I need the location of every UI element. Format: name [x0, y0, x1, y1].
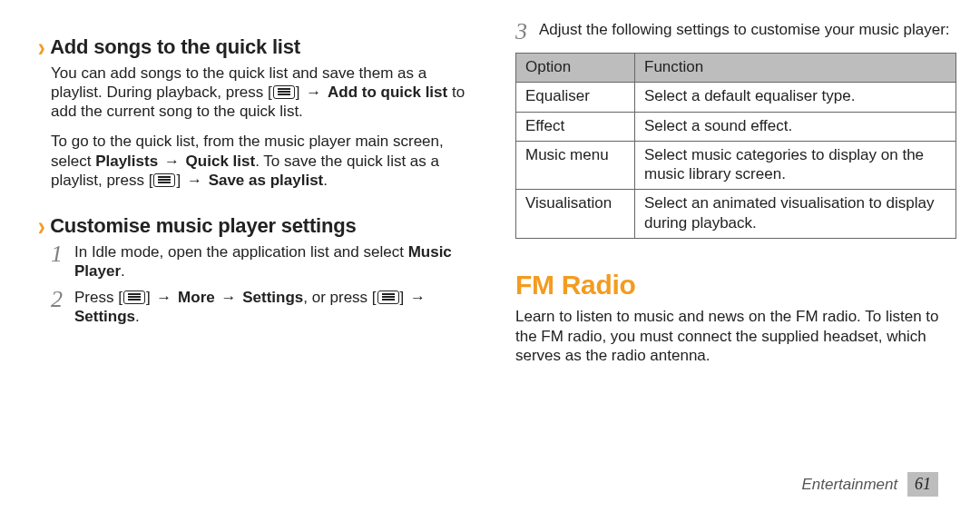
- arrow-icon: →: [187, 172, 202, 189]
- page-footer: Entertainment 61: [0, 472, 980, 497]
- text: .: [135, 308, 140, 325]
- bold-text: More: [178, 289, 215, 306]
- list-item: 3 Adjust the following settings to custo…: [515, 20, 956, 44]
- list-item: 2 Press [] → More → Settings, or press […: [51, 288, 479, 327]
- bold-text: Playlists: [95, 153, 158, 170]
- page-number: 61: [907, 472, 938, 497]
- arrow-icon: →: [410, 289, 426, 306]
- bold-text: Save as playlist: [209, 172, 324, 189]
- right-column: 3 Adjust the following settings to custo…: [515, 16, 956, 465]
- function-cell: Select a default equaliser type.: [635, 83, 956, 112]
- table-row: Equaliser Select a default equaliser typ…: [516, 83, 956, 112]
- option-cell: Equaliser: [516, 83, 635, 112]
- menu-icon: [153, 173, 175, 187]
- text: In Idle mode, open the application list …: [74, 243, 408, 261]
- arrow-icon: →: [306, 84, 321, 101]
- table-header-row: Option Function: [516, 54, 956, 83]
- paragraph: You can add songs to the quick list and …: [38, 64, 479, 122]
- option-cell: Effect: [516, 112, 635, 141]
- text: ]: [400, 289, 408, 306]
- bold-text: Settings: [242, 289, 303, 306]
- step-number: 3: [515, 20, 539, 44]
- chevron-right-icon: ›: [38, 32, 45, 64]
- left-column: ›Add songs to the quick list You can add…: [38, 16, 479, 465]
- bold-text: Add to quick list: [328, 84, 447, 101]
- bold-text: Quick list: [186, 153, 256, 170]
- option-cell: Visualisation: [516, 190, 635, 239]
- numbered-list: 3 Adjust the following settings to custo…: [515, 20, 956, 44]
- step-text: Press [] → More → Settings, or press [] …: [74, 288, 479, 327]
- options-table: Option Function Equaliser Select a defau…: [515, 53, 956, 239]
- table-row: Music menu Select music categories to di…: [516, 141, 956, 190]
- arrow-icon: →: [220, 289, 236, 306]
- table-row: Effect Select a sound effect.: [516, 112, 956, 141]
- section-heading-text: Customise music player settings: [50, 214, 356, 237]
- text: .: [121, 262, 125, 280]
- list-item: 1 In Idle mode, open the application lis…: [51, 242, 479, 281]
- menu-icon: [377, 291, 399, 304]
- fm-radio-paragraph: Learn to listen to music and news on the…: [515, 307, 956, 365]
- footer-section: Entertainment: [801, 476, 897, 493]
- text: ]: [146, 289, 154, 306]
- text: .: [323, 172, 328, 189]
- menu-icon: [273, 85, 295, 99]
- text: Press [: [74, 289, 122, 306]
- bold-text: Settings: [74, 308, 135, 325]
- text: ]: [176, 172, 184, 189]
- paragraph: To go to the quick list, from the music …: [38, 132, 479, 190]
- section-heading-text: Add songs to the quick list: [50, 35, 300, 58]
- table-row: Visualisation Select an animated visuali…: [516, 190, 956, 239]
- function-cell: Select music categories to display on th…: [635, 141, 956, 190]
- chevron-right-icon: ›: [38, 211, 45, 243]
- function-cell: Select a sound effect.: [635, 112, 956, 141]
- step-number: 2: [51, 288, 74, 311]
- section-heading-add-songs: ›Add songs to the quick list: [38, 34, 479, 60]
- option-cell: Music menu: [516, 141, 635, 190]
- arrow-icon: →: [164, 153, 180, 170]
- numbered-list: 1 In Idle mode, open the application lis…: [38, 242, 479, 327]
- text: ]: [296, 84, 304, 101]
- section-heading-customise: ›Customise music player settings: [38, 213, 479, 239]
- heading-fm-radio: FM Radio: [515, 268, 956, 302]
- step-text: Adjust the following settings to customi…: [539, 20, 956, 39]
- menu-icon: [123, 291, 145, 304]
- step-text: In Idle mode, open the application list …: [74, 242, 479, 281]
- page-body: ›Add songs to the quick list You can add…: [0, 0, 980, 472]
- function-cell: Select an animated visualisation to disp…: [635, 190, 956, 239]
- table-header-function: Function: [635, 54, 956, 83]
- table-header-option: Option: [516, 54, 635, 83]
- step-number: 1: [51, 242, 74, 266]
- text: , or press [: [303, 289, 376, 306]
- arrow-icon: →: [156, 289, 172, 306]
